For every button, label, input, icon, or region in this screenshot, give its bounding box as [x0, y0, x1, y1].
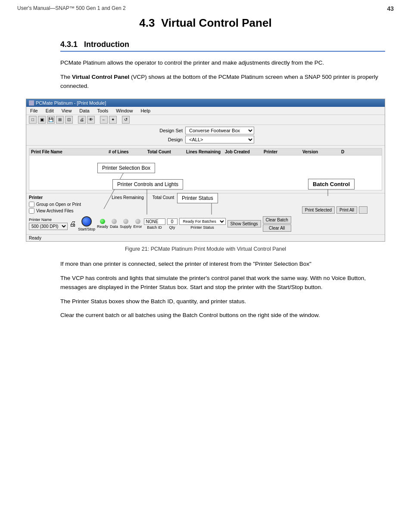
start-stop-button[interactable]	[81, 216, 92, 227]
grid-btn[interactable]: ⊞	[56, 116, 64, 124]
lines-remaining-label: Lines Remaining	[112, 195, 144, 200]
new-btn[interactable]: □	[29, 116, 37, 124]
batch-id-field: NONE	[144, 218, 165, 225]
qty-field: 0	[167, 218, 177, 225]
design-label: Design	[157, 137, 183, 142]
error-light	[135, 219, 140, 224]
callout-printer-controls: Printer Controls and Lights	[112, 179, 183, 190]
menu-view[interactable]: View	[60, 108, 73, 114]
data-light-label: Data	[110, 224, 118, 229]
ready-light	[100, 219, 105, 224]
clear-batch-btn[interactable]: Clear Batch	[263, 216, 291, 224]
open-btn[interactable]: ▣	[38, 116, 46, 124]
printer-name-group: Printer Name 500 (300 DPI)	[29, 218, 68, 230]
page-number: 43	[387, 5, 394, 12]
printer-name-select[interactable]: 500 (300 DPI)	[29, 223, 68, 230]
supply-light-label: Supply	[120, 224, 132, 229]
design-row: Design <ALL>	[31, 136, 380, 143]
ready-bar: Ready	[26, 234, 385, 241]
view-archived-label: View Archived Files	[36, 208, 74, 213]
data-light	[112, 219, 117, 224]
screenshot: PCMate Platinum - [Print Module] File Ed…	[26, 99, 385, 242]
chapter-title: 4.3 Virtual Control Panel	[26, 16, 385, 30]
intro-paragraph-1: PCMate Platinum allows the operator to c…	[60, 59, 385, 68]
table-header: Print File Name # of Lines Total Count L…	[29, 149, 382, 156]
data-light-group: Data	[110, 219, 118, 229]
error-light-group: Error	[134, 219, 142, 229]
menu-window[interactable]: Window	[115, 108, 134, 114]
printer-col-label: Printer	[29, 195, 43, 200]
col-remaining: Lines Remaining	[186, 149, 225, 154]
show-settings-btn[interactable]: Show Settings	[227, 220, 261, 227]
printer-status-group: Ready For Batches Printer Status	[179, 218, 226, 230]
menu-file[interactable]: File	[29, 108, 39, 114]
page-header: User's Manual—SNAP™ 500 Gen 1 and Gen 2 …	[0, 0, 411, 12]
design-set-row: Design Set Converse Footwear Box	[31, 127, 380, 134]
preview-btn[interactable]: 👁	[87, 116, 95, 124]
menu-tools[interactable]: Tools	[96, 108, 110, 114]
body-paragraph-4: The VCP has controls and lights that sim…	[60, 274, 385, 292]
print-buttons: Print Selected Print All	[302, 206, 367, 214]
design-select[interactable]: <ALL>	[185, 136, 254, 143]
mark-btn[interactable]: ✦	[109, 116, 117, 124]
print-btn[interactable]: 🖨	[78, 116, 86, 124]
window-titlebar: PCMate Platinum - [Print Module]	[26, 99, 385, 107]
supply-light-group: Supply	[120, 219, 132, 229]
clear-buttons: Clear Batch Clear All	[263, 216, 291, 232]
menu-help[interactable]: Help	[139, 108, 152, 114]
ready-status: Ready	[29, 236, 41, 240]
group-open-label: Group on Open or Print	[36, 202, 81, 207]
window-title: PCMate Platinum - [Print Module]	[36, 100, 106, 106]
refresh-btn[interactable]: ↺	[122, 116, 130, 124]
callout-batch-control: Batch Control	[308, 179, 355, 190]
blank-btn[interactable]	[359, 206, 367, 214]
menu-bar: File Edit View Data Tools Window Help	[26, 107, 385, 115]
start-stop-label: Start/Stop	[78, 227, 95, 231]
body-paragraph-5: The Printer Status boxes show the Batch …	[60, 297, 385, 306]
body-paragraph-3: If more than one printer is connected, s…	[60, 260, 385, 269]
callout-printer-status: Printer Status	[177, 193, 218, 203]
batch-id-group: NONE Batch ID	[144, 218, 165, 230]
qty-group: 0 Qty	[167, 218, 177, 230]
manual-title: User's Manual—SNAP™ 500 Gen 1 and Gen 2	[17, 5, 126, 11]
error-light-label: Error	[134, 224, 142, 229]
col-total: Total Count	[147, 149, 186, 154]
design-set-select[interactable]: Converse Footwear Box	[185, 127, 254, 134]
menu-data[interactable]: Data	[78, 108, 90, 114]
design-area: Design Set Converse Footwear Box Design …	[26, 125, 385, 146]
intro-paragraph-2: The Virtual Control Panel (VCP) shows at…	[60, 73, 385, 91]
col-d: D	[341, 149, 380, 154]
view-archived-checkbox[interactable]	[29, 208, 34, 214]
design-set-label: Design Set	[157, 128, 183, 133]
clear-all-btn[interactable]: Clear All	[263, 224, 291, 232]
callout-printer-selection: Printer Selection Box	[97, 163, 155, 173]
col-printer: Printer	[264, 149, 302, 154]
vcp-controls-row: Printer Name 500 (300 DPI) 🖨 Start/Stop …	[29, 215, 382, 233]
section-title: 4.3.1 Introduction	[60, 40, 385, 52]
col-filename: Print File Name	[31, 149, 109, 154]
save-btn[interactable]: 💾	[47, 116, 55, 124]
printer-icon: 🖨	[69, 220, 76, 228]
col-created: Job Created	[225, 149, 264, 154]
printer-name-col-label: Printer Name	[29, 218, 68, 222]
group-open-checkbox[interactable]	[29, 202, 34, 207]
arrow-btn[interactable]: ←	[100, 116, 108, 124]
print-selected-btn[interactable]: Print Selected	[302, 206, 335, 214]
grid2-btn[interactable]: ⊡	[65, 116, 73, 124]
figure-caption: Figure 21: PCMate Platinum Print Module …	[26, 246, 385, 252]
qty-label: Qty	[169, 225, 175, 230]
col-lines: # of Lines	[109, 149, 147, 154]
col-version: Version	[302, 149, 341, 154]
window-icon	[29, 100, 34, 106]
toolbar: □ ▣ 💾 ⊞ ⊡ 🖨 👁 ← ✦ ↺	[26, 115, 385, 125]
ready-light-group: Ready	[97, 219, 108, 229]
body-paragraph-6: Clear the current batch or all batches u…	[60, 311, 385, 320]
ready-light-label: Ready	[97, 224, 108, 229]
batch-id-label: Batch ID	[147, 225, 162, 230]
printer-status-select[interactable]: Ready For Batches	[179, 218, 226, 225]
supply-light	[123, 219, 128, 224]
start-stop-group: Start/Stop	[78, 216, 95, 231]
print-all-btn[interactable]: Print All	[336, 206, 357, 214]
menu-edit[interactable]: Edit	[44, 108, 55, 114]
total-count-label: Total Count	[153, 195, 174, 200]
